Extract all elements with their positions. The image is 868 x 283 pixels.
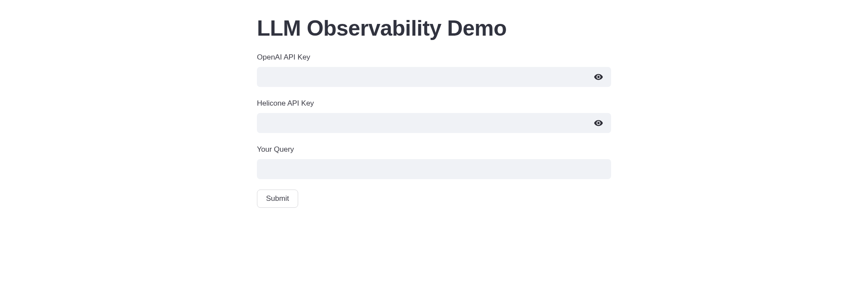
form-group-query: Your Query — [257, 145, 611, 179]
openai-key-label: OpenAI API Key — [257, 53, 611, 62]
form-group-helicone-key: Helicone API Key — [257, 99, 611, 133]
main-container: LLM Observability Demo OpenAI API Key He… — [257, 0, 611, 208]
query-label: Your Query — [257, 145, 611, 154]
openai-key-input[interactable] — [257, 67, 611, 87]
eye-icon — [594, 72, 603, 82]
page-title: LLM Observability Demo — [257, 16, 611, 41]
eye-icon — [594, 118, 603, 128]
helicone-key-label: Helicone API Key — [257, 99, 611, 108]
form-group-openai-key: OpenAI API Key — [257, 53, 611, 87]
openai-key-toggle-visibility-button[interactable] — [592, 70, 605, 83]
submit-button[interactable]: Submit — [257, 190, 298, 208]
openai-key-input-wrapper — [257, 67, 611, 87]
helicone-key-input[interactable] — [257, 113, 611, 133]
query-input[interactable] — [257, 159, 611, 179]
helicone-key-input-wrapper — [257, 113, 611, 133]
helicone-key-toggle-visibility-button[interactable] — [592, 117, 605, 130]
